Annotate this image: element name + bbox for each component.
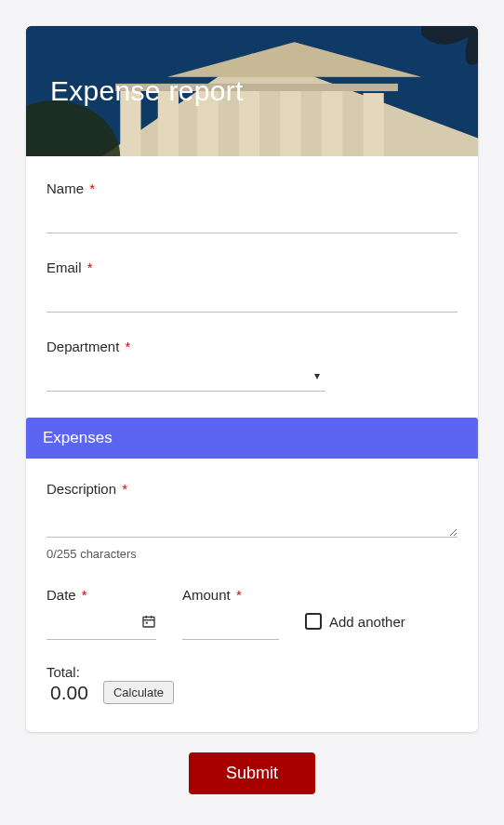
description-label: Description *: [46, 481, 458, 497]
page-title: Expense report: [26, 75, 244, 107]
date-label-text: Date: [46, 587, 76, 603]
svg-rect-12: [143, 617, 154, 627]
field-description: Description * 0/255 characters: [46, 481, 458, 561]
name-label: Name *: [46, 180, 458, 196]
required-marker: *: [82, 587, 87, 603]
name-input[interactable]: [46, 204, 458, 233]
form-body: Name * Email * Department * ▾ Expenses: [26, 156, 478, 732]
department-label: Department *: [46, 339, 458, 354]
svg-rect-9: [363, 93, 383, 156]
date-input[interactable]: [46, 610, 156, 640]
department-label-text: Department: [46, 339, 119, 354]
total-label: Total:: [46, 664, 92, 680]
svg-rect-8: [322, 89, 342, 156]
checkbox-icon: [305, 613, 322, 630]
required-marker: *: [89, 180, 95, 196]
date-amount-row: Date * Amount *: [46, 587, 458, 640]
calculate-button[interactable]: Calculate: [103, 681, 174, 704]
form-card: Expense report Name * Email * Department…: [26, 26, 478, 732]
field-name: Name *: [46, 180, 458, 233]
field-email: Email *: [46, 259, 458, 313]
expenses-section-header: Expenses: [26, 418, 478, 459]
total-value: 0.00: [46, 680, 92, 706]
description-label-text: Description: [46, 481, 116, 497]
required-marker: *: [122, 481, 127, 497]
date-label: Date *: [46, 587, 156, 603]
submit-wrap: Submit: [26, 752, 478, 794]
department-select-wrap[interactable]: ▾: [46, 362, 325, 392]
description-textarea[interactable]: [46, 504, 458, 538]
amount-input[interactable]: [182, 610, 279, 640]
calendar-icon[interactable]: [141, 614, 156, 629]
hero-banner: Expense report: [26, 26, 478, 156]
department-select[interactable]: [46, 362, 325, 392]
required-marker: *: [236, 587, 242, 603]
add-another-label: Add another: [329, 614, 405, 630]
submit-button[interactable]: Submit: [189, 752, 315, 794]
add-another-checkbox[interactable]: Add another: [305, 613, 405, 630]
field-date: Date *: [46, 587, 156, 640]
total-row: Total: 0.00 Calculate: [46, 664, 458, 706]
email-label: Email *: [46, 259, 458, 275]
name-label-text: Name: [46, 180, 84, 196]
amount-label-text: Amount: [182, 587, 231, 603]
email-label-text: Email: [46, 259, 82, 275]
description-helper: 0/255 characters: [46, 547, 458, 561]
svg-rect-7: [280, 87, 300, 156]
required-marker: *: [87, 259, 93, 275]
svg-rect-16: [146, 622, 148, 624]
field-amount: Amount *: [182, 587, 279, 640]
required-marker: *: [126, 339, 131, 354]
amount-label: Amount *: [182, 587, 279, 603]
email-input[interactable]: [46, 283, 458, 313]
field-department: Department * ▾: [46, 339, 458, 392]
field-add-another: Add another: [305, 587, 458, 630]
